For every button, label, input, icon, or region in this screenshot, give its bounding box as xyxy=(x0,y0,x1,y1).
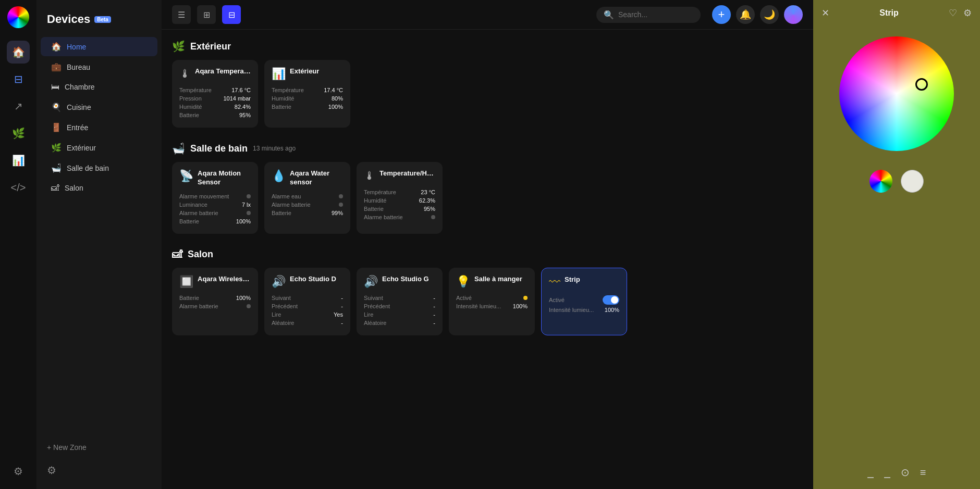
card-header: 📊 Extérieur xyxy=(272,67,343,81)
prop-label: Aléatoire xyxy=(364,320,386,326)
lamp-icon: 💡 xyxy=(456,275,470,289)
water-icon: 💧 xyxy=(272,169,286,183)
card-salle-manger[interactable]: 💡 Salle à manger Activé Intensité lumieu… xyxy=(449,268,535,335)
search-bar[interactable]: 🔍 xyxy=(596,7,701,23)
search-input[interactable] xyxy=(618,10,696,19)
swatch-white[interactable] xyxy=(901,170,924,193)
panel-header: ✕ Strip ♡ ⚙ xyxy=(813,0,980,26)
prop-label: Alarme mouvement xyxy=(179,193,229,199)
prop-value: - xyxy=(341,295,343,301)
prop-label: Batterie xyxy=(272,210,291,216)
sidebar-item-entree[interactable]: 🚪 Entrée xyxy=(41,118,157,137)
sidebar-item-salle-de-bain[interactable]: 🛁 Salle de bain xyxy=(41,158,157,178)
user-avatar[interactable] xyxy=(784,5,803,24)
prop-value: 99% xyxy=(332,210,343,216)
sidebar-item-label: Home xyxy=(67,43,86,51)
card-title: Extérieur xyxy=(290,67,319,76)
nav-devices[interactable]: ⊟ xyxy=(7,68,30,91)
prop-pression: Pression 1014 mbar xyxy=(179,95,251,102)
nav-home[interactable]: 🏠 xyxy=(7,41,30,64)
swatch-rainbow[interactable] xyxy=(869,170,892,193)
sidebar-item-bureau[interactable]: 💼 Bureau xyxy=(41,57,157,77)
prop-value: 100% xyxy=(236,295,251,301)
exterieur-section-title: Extérieur xyxy=(190,41,231,52)
card-header: 🔲 Aqara Wireless Switch Double... xyxy=(179,275,251,289)
nav-stats[interactable]: 📊 xyxy=(7,149,30,172)
prop-value: 62.3% xyxy=(419,197,435,204)
app-title-area: Devices Beta xyxy=(36,8,162,36)
sidebar-item-label: Salon xyxy=(65,184,83,192)
sidebar-item-label: Chambre xyxy=(65,83,95,91)
notifications-button[interactable]: 🔔 xyxy=(736,5,755,24)
prop-label: Température xyxy=(364,189,396,195)
panel-actions: ♡ ⚙ xyxy=(949,7,972,19)
sidebar-item-home[interactable]: 🏠 Home xyxy=(41,37,157,56)
prop-value: 23 °C xyxy=(421,189,435,195)
card-echo-d[interactable]: 🔊 Echo Studio D Suivant - Précédent - Li… xyxy=(264,268,350,335)
card-title: Strip xyxy=(565,275,580,284)
add-button[interactable]: + xyxy=(712,5,731,24)
entree-icon: 🚪 xyxy=(51,122,62,132)
strip-icon: 〰 xyxy=(549,275,560,289)
card-temp-hum[interactable]: 🌡 Temperature/Hum sensor Température 23 … xyxy=(357,162,443,234)
main-content: ☰ ⊞ ⊟ 🔍 + 🔔 🌙 🌿 Extérieur 🌡 xyxy=(162,0,813,489)
card-aqara-water[interactable]: 💧 Aqara Water sensor Alarme eau Alarme b… xyxy=(264,162,350,234)
sidebar-item-cuisine[interactable]: 🍳 Cuisine xyxy=(41,97,157,117)
dot xyxy=(339,203,343,207)
prop-alarme-batterie: Alarme batterie xyxy=(179,303,251,309)
card-title: Aqara Wireless Switch Double... xyxy=(198,275,251,284)
section-salon: 🛋 Salon 🔲 Aqara Wireless Switch Double..… xyxy=(172,248,803,335)
nav-energy[interactable]: 🌿 xyxy=(7,122,30,145)
prop-batterie: Batterie 95% xyxy=(364,206,435,212)
footer-list-icon[interactable]: ≡ xyxy=(920,467,926,479)
card-header: 🔊 Echo Studio G xyxy=(364,275,435,289)
card-exterieur-sensor[interactable]: 📊 Extérieur Température 17.4 °C Humidité… xyxy=(264,60,350,128)
settings-button[interactable]: ⚙ xyxy=(36,460,162,481)
view-list-button[interactable]: ☰ xyxy=(172,5,191,24)
prop-value: 100% xyxy=(605,307,619,313)
new-zone-button[interactable]: + New Zone xyxy=(36,435,162,460)
panel-settings-button[interactable]: ⚙ xyxy=(963,7,972,19)
card-strip[interactable]: 〰 Strip Activé Intensité lumieu... 100% xyxy=(541,268,627,335)
prop-lire: Lire Yes xyxy=(272,311,343,318)
footer-link2-icon[interactable]: ⎯ xyxy=(884,467,890,479)
view-grid-sm-button[interactable]: ⊞ xyxy=(197,5,216,24)
color-wheel[interactable] xyxy=(839,36,954,151)
sidebar-item-exterieur[interactable]: 🌿 Extérieur xyxy=(41,138,157,157)
sidebar-item-salon[interactable]: 🛋 Salon xyxy=(41,179,157,197)
top-actions: + 🔔 🌙 xyxy=(712,5,803,24)
prop-alarme-batterie: Alarme batterie xyxy=(364,214,435,220)
footer-link-icon[interactable]: ⎯ xyxy=(867,467,874,479)
dark-mode-button[interactable]: 🌙 xyxy=(760,5,779,24)
card-aqara-motion[interactable]: 📡 Aqara Motion Sensor Alarme mouvement L… xyxy=(172,162,258,234)
footer-nodes-icon[interactable]: ⊙ xyxy=(901,466,910,479)
sidebar-item-chambre[interactable]: 🛏 Chambre xyxy=(41,78,157,96)
prop-label: Batterie xyxy=(364,206,384,212)
card-aqara-temp[interactable]: 🌡 Aqara Temperature... Température 17.6 … xyxy=(172,60,258,128)
active-toggle[interactable] xyxy=(603,295,619,305)
echo-g-icon: 🔊 xyxy=(364,275,378,289)
prop-value: 82.4% xyxy=(235,104,251,110)
dot xyxy=(247,194,251,198)
search-icon: 🔍 xyxy=(604,10,614,20)
card-title: Temperature/Hum sensor xyxy=(379,169,435,178)
view-grid-lg-button[interactable]: ⊟ xyxy=(222,5,241,24)
card-aqara-switch[interactable]: 🔲 Aqara Wireless Switch Double... Batter… xyxy=(172,268,258,335)
prop-value: 80% xyxy=(332,95,343,102)
panel-footer: ⎯ ⎯ ⊙ ≡ xyxy=(857,456,937,489)
app-logo[interactable] xyxy=(7,6,29,28)
prop-humidite: Humidité 62.3% xyxy=(364,197,435,204)
nav-dev[interactable]: </> xyxy=(7,176,30,199)
nav-settings[interactable]: ⚙ xyxy=(7,460,30,483)
salon-cards: 🔲 Aqara Wireless Switch Double... Batter… xyxy=(172,268,803,335)
prop-precedent: Précédent - xyxy=(272,303,343,309)
prop-value: 95% xyxy=(424,206,435,212)
card-echo-g[interactable]: 🔊 Echo Studio G Suivant - Précédent - Li… xyxy=(357,268,443,335)
panel-close-button[interactable]: ✕ xyxy=(822,7,829,19)
panel-favorite-button[interactable]: ♡ xyxy=(949,7,957,19)
nav-automations[interactable]: ↗ xyxy=(7,95,30,118)
prop-label: Intensité lumieu... xyxy=(456,303,501,309)
prop-value: 17.4 °C xyxy=(324,87,343,93)
sdb-time-ago: 13 minutes ago xyxy=(253,145,296,152)
new-zone-label: + New Zone xyxy=(47,443,87,452)
